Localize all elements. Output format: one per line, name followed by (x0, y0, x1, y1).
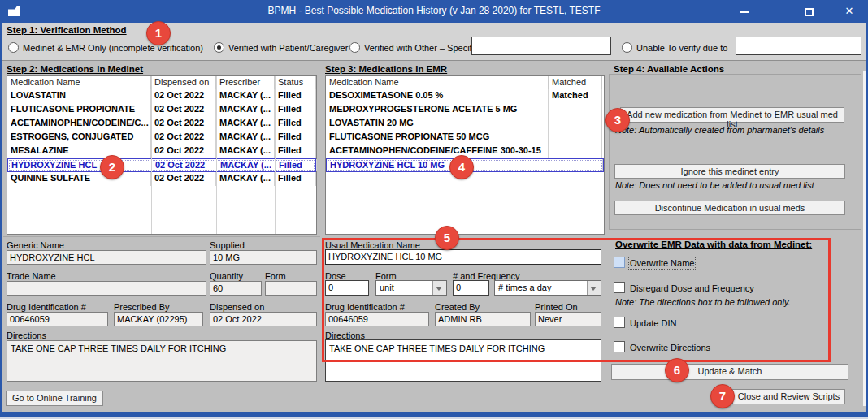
table-row[interactable]: QUININE SULFATE02 Oct 2022MACKAY (...Fil… (7, 172, 316, 186)
discontinue-medication-button[interactable]: Discontinue Medication in usual meds (614, 201, 845, 215)
emr-medications-table[interactable]: Medication Name Matched DESOXIMETASONE 0… (325, 75, 605, 235)
directions-label: Directions (7, 330, 46, 340)
annotation-badge-5: 5 (435, 226, 459, 250)
maximize-button[interactable] (795, 0, 822, 23)
generic-name-field[interactable]: HYDROXYZINE HCL (7, 250, 206, 265)
radio-verified-with-patient[interactable] (214, 42, 224, 53)
generic-name-label: Generic Name (7, 240, 64, 250)
close-button[interactable]: ✕ (835, 0, 863, 23)
radio-unable-to-verify-label: Unable To verify due to (636, 43, 727, 53)
col-medication-name[interactable]: Medication Name (326, 76, 549, 89)
table-row-selected[interactable]: HYDROXYZINE HCL02 Oct 2022MACKAY (...Fil… (7, 158, 316, 172)
table-row[interactable]: FLUTICASONE PROPIONATE02 Oct 2022MACKAY … (7, 103, 316, 117)
table-row[interactable]: FLUTICASONE PROPIONATE 50 MCG (326, 131, 604, 145)
annotation-badge-4: 4 (449, 155, 474, 179)
dispensed-on-label: Dispensed on (210, 302, 264, 312)
step4-heading: Step 4: Available Actions (614, 64, 724, 74)
add-medication-note: Note: Automatically created from pharman… (615, 125, 824, 135)
annotation-badge-3: 3 (605, 108, 630, 132)
din-field[interactable]: 00646059 (7, 312, 108, 326)
annotation-badge-2: 2 (100, 155, 124, 179)
radio-verified-with-other[interactable] (349, 42, 360, 53)
ignore-entry-button[interactable]: Ignore this medinet entry (614, 164, 845, 179)
window-border-left (0, 23, 2, 419)
prescribed-by-field[interactable]: MACKAY (02295) (114, 312, 203, 326)
annotation-rectangle (322, 238, 831, 362)
table-row[interactable]: ACETAMINOPHEN/CODEINE/C...02 Oct 2022MAC… (7, 117, 316, 131)
add-medication-button[interactable]: Add new medication from Medinet to EMR u… (620, 107, 844, 123)
close-and-review-button[interactable]: Close and Review Scripts (732, 389, 845, 404)
medinet-medications-table[interactable]: Medication Name Dispensed on Prescriber … (7, 75, 317, 235)
annotation-badge-1: 1 (146, 21, 171, 45)
emr-table-header: Medication Name Matched (326, 76, 604, 89)
prescribed-by-label: Prescribed By (114, 302, 169, 312)
table-row[interactable]: DESOXIMETASONE 0.05 %Matched (326, 89, 604, 103)
form-label: Form (265, 271, 286, 281)
col-medication-name[interactable]: Medication Name (7, 76, 151, 89)
col-status[interactable]: Status (275, 76, 316, 89)
step1-section: Step 1: Verification Method Medinet & EM… (0, 23, 868, 61)
maximize-icon (805, 8, 814, 16)
trade-name-field[interactable] (7, 281, 206, 296)
radio-verified-with-patient-label: Verified with Patient/Caregiver (228, 43, 348, 53)
minimize-icon (740, 11, 749, 13)
dispensed-on-field[interactable]: 02 Oct 2022 (210, 312, 317, 326)
step1-heading: Step 1: Verification Method (7, 25, 127, 35)
unable-reason-input[interactable] (736, 37, 861, 55)
radio-unable-to-verify[interactable] (622, 42, 632, 53)
directions-field[interactable]: TAKE ONE CAP THREE TIMES DAILY FOR ITCHI… (7, 340, 317, 382)
quantity-label: Quantity (210, 271, 243, 281)
col-matched[interactable]: Matched (549, 76, 602, 89)
table-row[interactable]: MEDROXYPROGESTERONE ACETATE 5 MG (326, 103, 604, 117)
minimize-button[interactable] (730, 0, 757, 23)
radio-medinet-emr-only-label: Medinet & EMR Only (incomplete verificat… (23, 43, 203, 53)
specify-input[interactable] (471, 37, 611, 55)
bpmh-window: BPMH - Best Possible Medication History … (0, 0, 868, 419)
table-row[interactable]: LOVASTATIN02 Oct 2022MACKAY (...Filled (7, 89, 316, 103)
supplied-label: Supplied (210, 240, 245, 250)
radio-medinet-emr-only[interactable] (8, 42, 19, 53)
update-and-match-button[interactable]: Update & Match (611, 364, 848, 380)
supplied-field[interactable]: 10 MG (210, 250, 317, 265)
medinet-table-header: Medication Name Dispensed on Prescriber … (7, 76, 316, 89)
ignore-entry-note: Note: Does not need to be added to usual… (615, 180, 814, 190)
quantity-field[interactable]: 60 (210, 281, 262, 296)
annotation-badge-7: 7 (710, 384, 735, 408)
radio-verified-with-other-label: Verified with Other – Specify (364, 43, 476, 53)
online-training-button[interactable]: Go to Online Training (6, 391, 103, 406)
din-label: Drug Identification # (7, 302, 86, 312)
table-row[interactable]: LOVASTATIN 20 MG (326, 117, 604, 131)
trade-name-label: Trade Name (7, 271, 56, 281)
step3-heading: Step 3: Medications in EMR (325, 64, 447, 74)
form-field[interactable] (265, 281, 317, 296)
annotation-badge-6: 6 (665, 358, 689, 382)
title-bar: BPMH - Best Possible Medication History … (0, 0, 868, 23)
step2-heading: Step 2: Medications in Medinet (7, 64, 143, 74)
table-row[interactable]: ESTROGENS, CONJUGATED02 Oct 2022MACKAY (… (7, 131, 316, 145)
col-dispensed-on[interactable]: Dispensed on (151, 76, 216, 89)
table-row[interactable]: MESALAZINE02 Oct 2022MACKAY (...Filled (7, 145, 316, 158)
col-prescriber[interactable]: Prescriber (216, 76, 275, 89)
